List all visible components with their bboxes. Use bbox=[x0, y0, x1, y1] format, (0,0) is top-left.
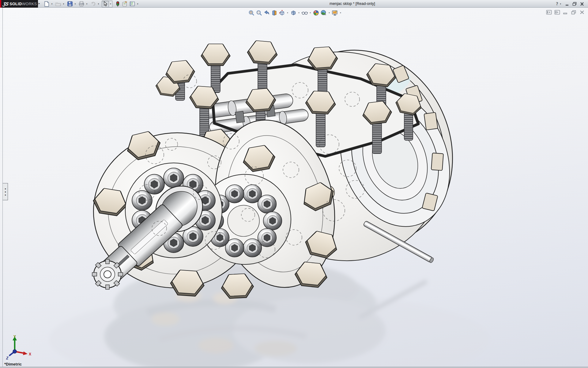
zoom-to-fit-button[interactable] bbox=[247, 9, 255, 17]
minimize-button[interactable] bbox=[564, 1, 570, 7]
solidworks-logo-glyph: ƷS bbox=[2, 1, 9, 6]
pane-toggle-right-button[interactable] bbox=[554, 10, 560, 15]
view-orientation-label: *Dimetric bbox=[4, 362, 22, 366]
feature-panel-collapse-tab[interactable]: ◄ ◄ ◄ bbox=[3, 183, 8, 200]
zoom-to-fit-icon bbox=[248, 10, 254, 16]
collapse-arrow-icon: ◄ bbox=[4, 194, 6, 196]
minimize-icon bbox=[565, 2, 569, 6]
new-document-dropdown[interactable]: ▾ bbox=[50, 1, 54, 7]
undo-dropdown[interactable]: ▾ bbox=[97, 1, 100, 7]
help-dropdown[interactable]: ▾ bbox=[560, 3, 561, 5]
hide-show-items-icon bbox=[301, 10, 308, 16]
doc-minimize-button[interactable] bbox=[562, 10, 568, 15]
pane-toggle-left-icon bbox=[546, 10, 552, 15]
view-orientation-button[interactable] bbox=[278, 9, 286, 17]
undo-button[interactable] bbox=[89, 1, 97, 7]
new-document-button[interactable] bbox=[43, 1, 50, 7]
solidworks-logo: ƷS SOLIDWORKS bbox=[0, 0, 38, 8]
apply-scene-icon bbox=[320, 10, 327, 16]
previous-view-button[interactable] bbox=[263, 9, 270, 17]
apply-scene-button[interactable] bbox=[320, 9, 327, 17]
open-button[interactable] bbox=[55, 1, 62, 7]
doc-restore-button[interactable] bbox=[571, 10, 577, 15]
view-orientation-icon bbox=[279, 10, 285, 16]
titlebar-controls: ? ▾ bbox=[555, 0, 585, 8]
file-properties-icon bbox=[122, 1, 128, 6]
hide-show-items-button[interactable] bbox=[301, 9, 308, 17]
section-view-icon bbox=[271, 10, 277, 16]
undo-icon bbox=[90, 2, 96, 6]
close-icon bbox=[580, 2, 584, 6]
main-toolbar: ▾ ▾ ▾ bbox=[43, 0, 140, 7]
doc-minimize-icon bbox=[563, 10, 567, 14]
print-icon bbox=[79, 1, 84, 6]
display-style-icon bbox=[290, 10, 296, 16]
viewport-bottom-frame bbox=[0, 367, 588, 368]
doc-close-icon bbox=[580, 10, 584, 14]
save-button[interactable] bbox=[66, 1, 74, 7]
spline-end bbox=[92, 259, 123, 289]
print-dropdown[interactable]: ▾ bbox=[85, 1, 89, 7]
open-folder-icon bbox=[55, 2, 61, 6]
restore-icon bbox=[572, 2, 577, 6]
edit-appearance-icon bbox=[313, 10, 319, 16]
help-button[interactable]: ? bbox=[555, 2, 559, 6]
open-dropdown[interactable]: ▾ bbox=[62, 1, 65, 7]
display-style-button[interactable] bbox=[289, 9, 297, 17]
edit-appearance-button[interactable] bbox=[312, 9, 320, 17]
options-button[interactable] bbox=[129, 1, 136, 7]
model-canvas[interactable] bbox=[0, 8, 588, 368]
close-button[interactable] bbox=[579, 1, 585, 7]
reference-triad: Y X Z bbox=[2, 335, 32, 361]
brand-solid: SOLID bbox=[9, 2, 22, 6]
section-view-button[interactable] bbox=[270, 9, 278, 17]
previous-view-icon bbox=[264, 10, 270, 16]
select-cursor-icon bbox=[104, 1, 107, 6]
apply-scene-dropdown[interactable]: ▾ bbox=[327, 12, 331, 14]
print-button[interactable] bbox=[78, 1, 85, 7]
hide-show-items-dropdown[interactable]: ▾ bbox=[308, 12, 312, 14]
options-checklist-icon bbox=[130, 1, 135, 6]
brand-works: WORKS bbox=[22, 2, 37, 6]
save-floppy-icon bbox=[67, 1, 73, 6]
view-orientation-dropdown[interactable]: ▾ bbox=[286, 12, 289, 14]
x-axis-label: X bbox=[29, 352, 31, 356]
restore-button[interactable] bbox=[571, 1, 578, 7]
doc-close-button[interactable] bbox=[579, 10, 585, 15]
triad-origin bbox=[13, 350, 17, 353]
collapse-arrow-icon: ◄ bbox=[4, 188, 6, 190]
zoom-to-area-icon bbox=[256, 10, 262, 16]
display-style-dropdown[interactable]: ▾ bbox=[297, 12, 301, 14]
headsup-view-toolbar: ▾ ▾ ▾ bbox=[247, 9, 342, 17]
save-dropdown[interactable]: ▾ bbox=[74, 1, 77, 7]
menu-flyout-arrow[interactable]: ▸ bbox=[39, 2, 40, 5]
select-tool-button[interactable] bbox=[102, 1, 109, 7]
rebuild-stoplight-icon bbox=[116, 1, 119, 7]
pane-toggle-left-button[interactable] bbox=[546, 10, 552, 15]
view-settings-icon bbox=[332, 10, 338, 16]
select-tool-dropdown[interactable]: ▾ bbox=[109, 1, 112, 7]
view-settings-button[interactable] bbox=[331, 9, 339, 17]
window-title: menjac sklop * [Read-only] bbox=[330, 0, 375, 8]
z-axis-label: Z bbox=[6, 356, 9, 360]
new-document-icon bbox=[44, 1, 49, 7]
file-properties-button[interactable] bbox=[121, 1, 129, 7]
titlebar: ƷS SOLIDWORKS ▸ ▾ ▾ bbox=[0, 0, 588, 8]
options-dropdown[interactable]: ▾ bbox=[136, 1, 139, 7]
y-axis-label: Y bbox=[13, 335, 16, 339]
view-settings-dropdown[interactable]: ▾ bbox=[339, 12, 342, 14]
logo-red-strip bbox=[0, 0, 1, 8]
document-window-controls bbox=[546, 10, 585, 15]
doc-restore-icon bbox=[571, 10, 576, 15]
x-axis-arrow bbox=[23, 351, 28, 355]
pane-toggle-right-icon bbox=[554, 10, 560, 15]
graphics-area[interactable]: ▾ ▾ ▾ bbox=[0, 8, 588, 368]
zoom-to-area-button[interactable] bbox=[255, 9, 263, 17]
rebuild-button[interactable] bbox=[114, 1, 121, 7]
collapse-arrow-icon: ◄ bbox=[4, 191, 6, 193]
